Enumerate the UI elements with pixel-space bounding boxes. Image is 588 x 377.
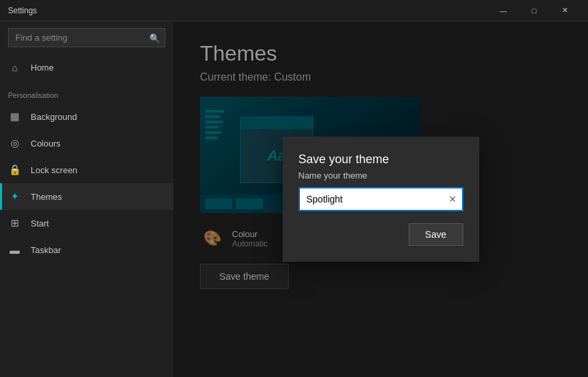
- sidebar-item-background[interactable]: ▦ Background: [0, 103, 173, 130]
- dialog-title: Save your theme: [299, 153, 463, 167]
- maximize-button[interactable]: □: [519, 0, 549, 21]
- sidebar-item-home[interactable]: ⌂ Home: [0, 54, 173, 81]
- search-container: 🔍: [0, 21, 173, 54]
- sidebar-item-colours-label: Colours: [31, 139, 61, 149]
- sidebar-item-home-label: Home: [31, 63, 54, 73]
- background-icon: ▦: [8, 110, 21, 123]
- sidebar: 🔍 ⌂ Home Personalisation ▦ Background ◎ …: [0, 21, 173, 377]
- sidebar-item-start[interactable]: ⊞ Start: [0, 210, 173, 236]
- sidebar-item-colours[interactable]: ◎ Colours: [0, 130, 173, 157]
- themes-icon: ✦: [8, 190, 21, 203]
- sidebar-item-themes-label: Themes: [31, 192, 62, 202]
- section-label: Personalisation: [0, 81, 173, 103]
- start-icon: ⊞: [8, 216, 21, 230]
- close-button[interactable]: ✕: [549, 0, 580, 21]
- sidebar-item-lock-screen[interactable]: 🔒 Lock screen: [0, 157, 173, 183]
- sidebar-item-taskbar-label: Taskbar: [31, 245, 61, 255]
- colours-icon: ◎: [8, 137, 21, 150]
- main-content: Themes Current theme: Custom Aa: [173, 21, 588, 377]
- dialog-input-row: ✕: [299, 187, 463, 211]
- window-controls: — □ ✕: [488, 0, 580, 21]
- dialog-save-button[interactable]: Save: [409, 223, 463, 246]
- dialog-label: Name your theme: [299, 171, 463, 181]
- clear-input-button[interactable]: ✕: [443, 194, 462, 204]
- app-title: Settings: [8, 6, 488, 15]
- dialog-overlay: Save your theme Name your theme ✕ Save: [173, 21, 588, 377]
- lock-icon: 🔒: [8, 163, 21, 177]
- title-bar: Settings — □ ✕: [0, 0, 588, 21]
- minimize-button[interactable]: —: [488, 0, 519, 21]
- taskbar-icon: ▬: [8, 243, 21, 256]
- save-theme-dialog: Save your theme Name your theme ✕ Save: [283, 137, 479, 262]
- sidebar-item-themes[interactable]: ✦ Themes: [0, 183, 173, 210]
- search-icon: 🔍: [149, 33, 160, 43]
- sidebar-item-taskbar[interactable]: ▬ Taskbar: [0, 236, 173, 263]
- dialog-actions: Save: [299, 223, 463, 246]
- sidebar-item-background-label: Background: [31, 112, 77, 122]
- home-icon: ⌂: [8, 61, 21, 74]
- app-container: 🔍 ⌂ Home Personalisation ▦ Background ◎ …: [0, 21, 588, 377]
- sidebar-item-start-label: Start: [31, 218, 49, 228]
- sidebar-item-lock-screen-label: Lock screen: [31, 165, 77, 175]
- theme-name-input[interactable]: [300, 188, 443, 210]
- search-input[interactable]: [8, 28, 165, 47]
